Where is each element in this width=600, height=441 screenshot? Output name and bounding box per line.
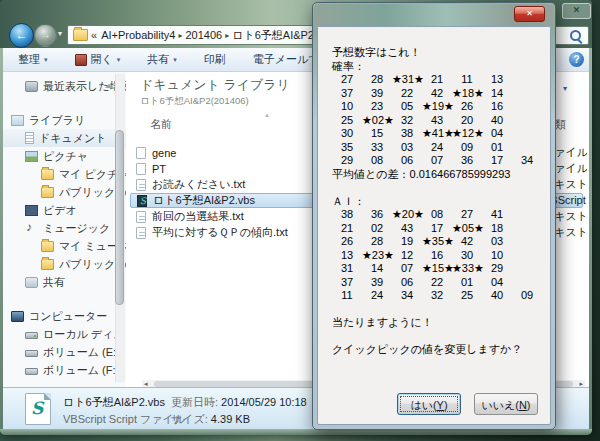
number-cell: 25 [332,114,362,128]
number-cell: 19 [392,235,422,249]
sidebar-item[interactable]: ビデオ [3,201,126,219]
breadcrumb: AI+Probability4▸201406▸ロト6予想AI&P2(2 [100,28,325,43]
number-cell: ★19★ [422,100,452,114]
breadcrumb-item[interactable]: 201406 [184,29,223,41]
number-cell: 01 [452,276,482,290]
number-cell: ★18★ [452,87,482,101]
number-cell: 32 [392,114,422,128]
number-cell: 43 [392,222,422,236]
column-header-name[interactable]: 名前 [150,117,172,132]
back-button[interactable]: ← [9,23,34,48]
no-button[interactable]: いいえ(N) [474,393,538,415]
number-cell: 28 [362,73,392,87]
number-cell: 37 [332,276,362,290]
pictures-icon [25,151,38,162]
number-cell: 06 [392,276,422,290]
sidebar-item[interactable]: ドキュメント [3,129,126,147]
number-cell: 22 [422,276,452,290]
help-icon[interactable]: ? [569,52,584,67]
number-cell: 20 [452,114,482,128]
arrange-by-dropdown-icon[interactable]: ▾ [563,84,567,93]
dropdown-caret-icon: ▾ [44,56,48,64]
file-name: 平均に対するＱＰの傾向.txt [152,225,288,240]
folder-icon [41,259,54,270]
dialog-number-row: 373906220104 [332,276,548,290]
details-file-type: VBScript Script ファイル [63,412,185,427]
number-cell: 01 [482,141,512,155]
number-cell: 38 [332,208,362,222]
number-cell: 03 [392,141,422,155]
number-cell: 08 [422,208,452,222]
sidebar-item[interactable]: ボリューム (F:) [3,361,126,379]
number-cell: ★02★ [362,114,392,128]
number-cell: 06 [392,154,422,168]
yes-button[interactable]: はい(Y) [397,393,461,415]
forward-button[interactable]: → [34,24,57,47]
sidebar-item[interactable]: コンピューター [3,307,126,325]
number-cell: 15 [362,127,392,141]
number-cell: 16 [482,100,512,114]
dialog-text-line: ＡＩ： [332,195,548,209]
number-cell: ★15★ [422,262,452,276]
breadcrumb-item[interactable]: ロト6予想AI&P2(2 [231,28,325,43]
number-cell: ★41★ [422,127,452,141]
number-cell: 21 [332,222,362,236]
file-icon [136,147,146,159]
sidebar-item[interactable]: パブリックのピ [3,183,126,201]
sidebar-item[interactable]: マイ ミュージ [3,237,126,255]
number-cell: 13 [482,73,512,87]
sidebar-item[interactable]: ローカル ディス [3,325,126,343]
dialog-number-row: 353303240901 [332,141,548,155]
number-cell: 23 [362,100,392,114]
collapse-caret-icon[interactable] [105,84,113,88]
dialog-number-row: 2728★31★211113 [332,73,548,87]
dialog-close-button[interactable]: ✕ [514,6,545,22]
number-cell: 32 [422,289,452,303]
sidebar-item[interactable]: マイ ピクチャ [3,165,126,183]
open-file-icon [75,54,87,66]
dropdown-caret-icon: ▾ [117,56,121,64]
number-cell: 36 [362,208,392,222]
toolbar-button-open[interactable]: 開く▾ [75,52,121,67]
number-cell: 10 [482,249,512,263]
sidebar-item[interactable]: パブリックのミ [3,255,126,273]
number-cell: 33 [362,141,392,155]
breadcrumb-item[interactable]: AI+Probability4 [100,29,176,41]
sidebar-item-label: ローカル ディス [43,327,125,342]
number-cell: 26 [452,100,482,114]
dialog-text-line: クイックピックの値を変更しますか？ [332,343,548,357]
volume-icon [25,350,38,357]
number-cell: 07 [422,154,452,168]
vbs-file-icon [25,393,51,425]
toolbar-button-share[interactable]: 共有▾ [147,52,177,67]
number-cell: 37 [332,87,362,101]
sidebar-item[interactable]: 共有 [3,273,126,291]
toolbar-label: 共有 [147,52,169,67]
number-cell: ★20★ [392,208,422,222]
details-modified-label: 更新日時: [171,396,218,408]
sidebar-item[interactable]: ライブラリ [3,111,126,129]
sidebar-item[interactable]: ミュージック [3,219,126,237]
sidebar-item[interactable]: ボリューム (E:) [3,343,126,361]
toolbar-button-print[interactable]: 印刷 [204,52,226,67]
number-cell: 26 [332,235,362,249]
window-close-button[interactable]: ✕ [562,3,591,19]
sidebar-item-label: ボリューム (E:) [43,345,120,360]
number-cell: 12 [392,249,422,263]
dialog-number-row: 25★02★32432040 [332,114,548,128]
text-file-icon [136,227,146,239]
dialog-titlebar[interactable]: ✕ [314,4,554,26]
sidebar-scrollbar-thumb[interactable] [115,130,124,305]
number-cell: 22 [392,87,422,101]
breadcrumb-overflow-chevron[interactable]: « [91,29,97,41]
file-name: 前回の当選結果.txt [152,209,244,224]
toolbar-label: 印刷 [204,52,226,67]
sidebar-item[interactable]: 最近表示した場所 [3,77,126,95]
history-dropdown-icon[interactable]: ▾ [58,29,62,38]
toolbar-button-organize[interactable]: 整理▾ [18,52,48,67]
number-cell: 07 [392,262,422,276]
breadcrumb-separator-icon: ▸ [176,31,184,40]
sidebar-item[interactable]: ピクチャ [3,147,126,165]
number-cell: 27 [452,208,482,222]
number-cell: ★05★ [452,222,482,236]
